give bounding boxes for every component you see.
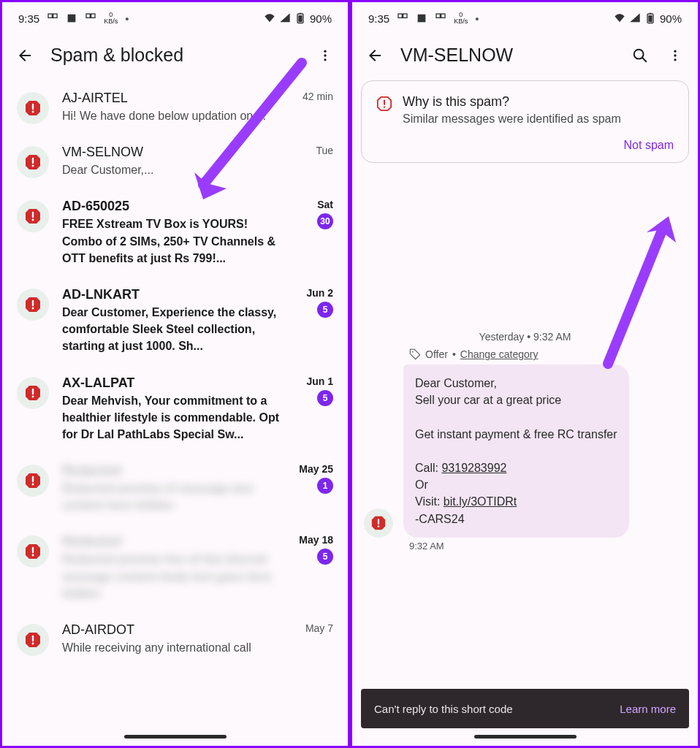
network-speed: 0KB/s bbox=[454, 12, 468, 25]
chat-area[interactable]: Yesterday • 9:32 AM Offer • Change categ… bbox=[352, 163, 698, 746]
list-item[interactable]: AD-AIRDOT While receiving any internatio… bbox=[2, 612, 348, 666]
spam-card-subtitle: Similar messages were identified as spam bbox=[403, 112, 621, 126]
warning-octagon-icon bbox=[24, 472, 42, 489]
time-label: May 18 bbox=[299, 534, 333, 546]
svg-rect-34 bbox=[650, 13, 652, 14]
warning-octagon-icon bbox=[370, 515, 387, 531]
message-preview: Dear Customer,... bbox=[62, 161, 281, 178]
message-preview: Redacted preview of message text content… bbox=[62, 480, 281, 514]
svg-point-24 bbox=[32, 554, 34, 557]
search-button[interactable] bbox=[631, 46, 650, 65]
svg-point-20 bbox=[32, 395, 34, 397]
list-item[interactable]: Redacted Redacted preview line of this b… bbox=[2, 524, 348, 612]
spam-info-card: Why is this spam? Similar messages were … bbox=[361, 80, 689, 163]
dashboard-icon-2 bbox=[85, 12, 96, 24]
svg-line-36 bbox=[642, 57, 647, 61]
reply-disabled-banner: Can't reply to this short code Learn mor… bbox=[361, 689, 689, 728]
message-time: 9:32 AM bbox=[409, 541, 698, 552]
svg-rect-4 bbox=[91, 14, 95, 18]
status-time: 9:35 bbox=[18, 12, 39, 25]
time-label: May 7 bbox=[305, 622, 333, 634]
svg-rect-31 bbox=[441, 14, 445, 18]
svg-point-44 bbox=[378, 525, 380, 527]
message-preview: Redacted preview line of this blurred me… bbox=[62, 551, 281, 602]
message-preview: While receiving any international call bbox=[62, 639, 281, 656]
spam-avatar bbox=[17, 92, 49, 124]
dot-icon: • bbox=[475, 12, 479, 25]
svg-rect-7 bbox=[300, 13, 302, 14]
conversation-list[interactable]: AJ-AIRTEL Hi! We have done below updatio… bbox=[2, 80, 348, 746]
spam-avatar bbox=[17, 289, 49, 321]
spam-avatar[interactable] bbox=[364, 508, 393, 538]
back-button[interactable] bbox=[365, 46, 384, 65]
list-item[interactable]: AD-LNKART Dear Customer, Experience the … bbox=[2, 277, 348, 365]
phone-screen-conversation: 9:35 0KB/s • 90% VM-SELNOW Wh bbox=[350, 0, 700, 748]
square-icon bbox=[66, 12, 77, 24]
page-title: Spam & blocked bbox=[50, 45, 300, 66]
message-preview: Dear Mehvish, Your commitment to a healt… bbox=[62, 392, 281, 443]
status-bar: 9:35 0KB/s • 90% bbox=[2, 2, 348, 34]
status-bar: 9:35 0KB/s • 90% bbox=[352, 2, 698, 34]
more-vert-icon bbox=[668, 48, 682, 63]
svg-rect-1 bbox=[53, 14, 57, 18]
more-menu-button[interactable] bbox=[666, 46, 685, 65]
conversation-title: VM-SELNOW bbox=[400, 45, 615, 66]
nav-pill[interactable] bbox=[124, 735, 227, 739]
not-spam-button[interactable]: Not spam bbox=[624, 139, 674, 151]
learn-more-link[interactable]: Learn more bbox=[620, 703, 676, 715]
svg-rect-3 bbox=[86, 14, 90, 18]
phone-link[interactable]: 9319283992 bbox=[441, 462, 506, 474]
svg-point-14 bbox=[32, 165, 34, 167]
time-label: Jun 1 bbox=[306, 375, 333, 387]
back-button[interactable] bbox=[15, 46, 34, 65]
tag-icon bbox=[409, 348, 421, 360]
message-row: Dear Customer, Sell your car at a great … bbox=[352, 365, 698, 538]
list-item[interactable]: AD-650025 FREE Xstream TV Box is YOURS! … bbox=[2, 188, 348, 277]
svg-point-9 bbox=[324, 54, 326, 56]
unread-badge: 1 bbox=[317, 478, 333, 494]
dashboard-icon bbox=[397, 12, 408, 24]
unread-badge: 5 bbox=[317, 390, 333, 406]
svg-rect-2 bbox=[68, 15, 76, 23]
svg-rect-30 bbox=[436, 14, 440, 18]
svg-point-12 bbox=[32, 111, 34, 113]
svg-rect-28 bbox=[403, 14, 407, 18]
dashboard-icon bbox=[47, 12, 58, 24]
message-preview: FREE Xstream TV Box is YOURS! Combo of 2… bbox=[62, 215, 281, 267]
warning-octagon-icon bbox=[24, 207, 42, 225]
url-link[interactable]: bit.ly/3OTIDRt bbox=[444, 495, 517, 508]
search-icon bbox=[632, 47, 648, 64]
nav-bar bbox=[2, 730, 348, 743]
reply-disabled-text: Can't reply to this short code bbox=[374, 703, 513, 715]
more-menu-button[interactable] bbox=[316, 46, 335, 65]
list-item[interactable]: AJ-AIRTEL Hi! We have done below updatio… bbox=[2, 80, 348, 134]
battery-icon bbox=[644, 12, 656, 24]
list-item[interactable]: AX-LALPAT Dear Mehvish, Your commitment … bbox=[2, 365, 348, 454]
list-item[interactable]: VM-SELNOW Dear Customer,... Tue bbox=[2, 134, 348, 188]
wifi-icon bbox=[614, 12, 625, 24]
time-label: Jun 2 bbox=[306, 287, 333, 299]
battery-percent: 90% bbox=[310, 12, 332, 25]
svg-rect-29 bbox=[418, 15, 426, 23]
svg-point-8 bbox=[324, 50, 326, 52]
nav-pill[interactable] bbox=[474, 735, 577, 739]
change-category-link[interactable]: Change category bbox=[460, 348, 539, 360]
svg-point-26 bbox=[32, 643, 34, 645]
svg-rect-0 bbox=[48, 14, 52, 18]
more-vert-icon bbox=[318, 48, 332, 63]
time-label: May 25 bbox=[299, 463, 333, 475]
list-item[interactable]: Redacted Redacted preview of message tex… bbox=[2, 453, 348, 524]
back-arrow-icon bbox=[366, 47, 384, 64]
warning-octagon-icon bbox=[24, 99, 42, 117]
time-label: 42 min bbox=[303, 91, 333, 102]
time-label: Sat bbox=[317, 199, 333, 210]
svg-point-22 bbox=[32, 484, 34, 486]
spam-avatar bbox=[17, 465, 49, 497]
offer-label: Offer bbox=[425, 348, 448, 360]
warning-octagon-icon bbox=[24, 296, 42, 313]
dot-icon: • bbox=[125, 12, 129, 25]
svg-point-41 bbox=[384, 106, 385, 107]
unread-badge: 5 bbox=[317, 549, 333, 565]
message-bubble[interactable]: Dear Customer, Sell your car at a great … bbox=[403, 365, 629, 538]
unread-badge: 30 bbox=[317, 213, 333, 229]
